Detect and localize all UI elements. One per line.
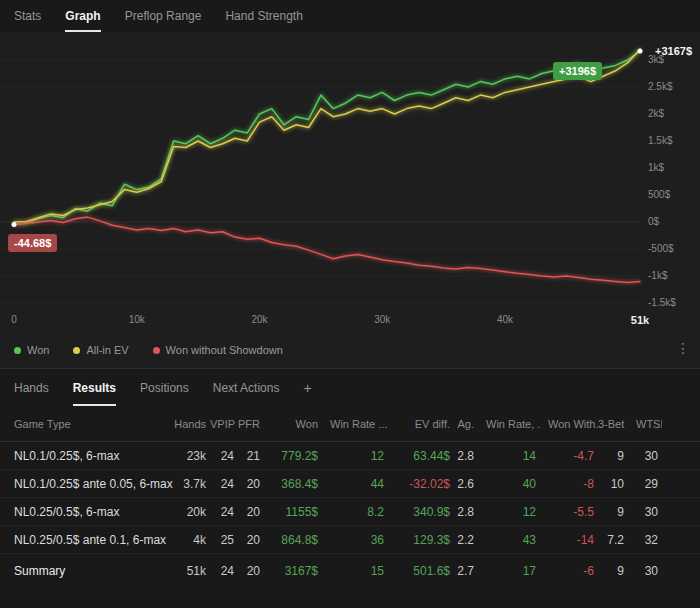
cell-wtsd: 30	[628, 449, 662, 463]
tab-stats[interactable]: Stats	[14, 0, 41, 32]
column-header-win_rate_2[interactable]: Win Rate, ...	[478, 418, 540, 430]
cell-won_without: -8	[540, 477, 598, 491]
cell-three_bet: 9	[598, 449, 628, 463]
x-axis-label: 51k	[631, 314, 649, 326]
y-axis-label: -500$	[648, 243, 674, 254]
series-line-won-without-showdown	[14, 217, 640, 282]
tab-preflop-range[interactable]: Preflop Range	[125, 0, 202, 32]
cell-ag: 2.8	[454, 505, 478, 519]
cell-game_type: NL0.1/0.25$ ante 0.05, 6-max	[14, 477, 174, 491]
x-axis-label: 40k	[497, 314, 513, 325]
cell-won_without: -4.7	[540, 449, 598, 463]
tab-graph[interactable]: Graph	[65, 0, 100, 32]
poker-tracker-window: Stats Graph Preflop Range Hand Strength …	[0, 0, 700, 588]
cell-win_rate_2: 17	[478, 564, 540, 578]
cell-ev_diff: -32.02$	[388, 477, 454, 491]
cell-wtsd: 29	[628, 477, 662, 491]
legend-item-won-without-showdown[interactable]: Won without Showdown	[153, 344, 283, 356]
cell-three_bet: 7.2	[598, 533, 628, 547]
legend-label: Won	[27, 344, 49, 356]
cell-ev_diff: 129.3$	[388, 533, 454, 547]
cell-hands: 20k	[174, 505, 210, 519]
cell-hands: 51k	[174, 564, 210, 578]
tab-next-actions[interactable]: Next Actions	[213, 369, 280, 406]
chart-legend: WonAll-in EVWon without Showdown ⋮	[0, 332, 700, 368]
column-header-won[interactable]: Won	[264, 418, 322, 430]
legend-dot-icon	[153, 347, 160, 354]
column-header-ev_diff[interactable]: EV diff.	[388, 418, 454, 430]
column-header-hands[interactable]: Hands	[174, 418, 210, 430]
cell-win_rate: 36	[322, 533, 388, 547]
cell-hands: 23k	[174, 449, 210, 463]
table-row[interactable]: NL0.25/0.5$ ante 0.1, 6-max4k2520864.8$3…	[0, 526, 700, 554]
cell-pfr: 20	[238, 477, 264, 491]
cell-won: 1155$	[264, 505, 322, 519]
column-header-won_without[interactable]: Won With...	[540, 418, 598, 430]
column-header-wtsd[interactable]: WTSD ...	[628, 418, 662, 430]
table-body: NL0.1/0.25$, 6-max23k2421779.2$1263.44$2…	[0, 442, 700, 554]
cell-wtsd: 30	[628, 505, 662, 519]
cell-vpip: 24	[210, 477, 238, 491]
winnings-graph[interactable]: 3k$2.5k$2k$1.5k$1k$500$0$-500$-1k$-1.5k$…	[0, 32, 700, 332]
series-line-won	[14, 51, 640, 224]
cell-win_rate_2: 43	[478, 533, 540, 547]
top-tabbar: Stats Graph Preflop Range Hand Strength	[0, 0, 700, 32]
add-tab-button[interactable]: +	[303, 369, 311, 406]
cell-won: 779.2$	[264, 449, 322, 463]
cell-won_without: -14	[540, 533, 598, 547]
y-axis-label: 500$	[648, 189, 670, 200]
y-axis-label: 0$	[648, 216, 659, 227]
column-header-pfr[interactable]: PFR	[238, 418, 264, 430]
legend-item-won[interactable]: Won	[14, 344, 49, 356]
cell-vpip: 24	[210, 564, 238, 578]
cell-ev_diff: 501.6$	[388, 564, 454, 578]
cell-won_without: -5.5	[540, 505, 598, 519]
cell-game_type: NL0.25/0.5$, 6-max	[14, 505, 174, 519]
table-header-row: Game TypeHandsVPIPPFRWonWin Rate ...EV d…	[0, 406, 700, 442]
cell-hands: 4k	[174, 533, 210, 547]
y-axis-label: 2.5k$	[648, 81, 672, 92]
cell-game_type: NL0.1/0.25$, 6-max	[14, 449, 174, 463]
column-header-win_rate[interactable]: Win Rate ...	[322, 418, 388, 430]
cell-ag: 2.8	[454, 449, 478, 463]
legend-item-all-in-ev[interactable]: All-in EV	[73, 344, 128, 356]
cell-three_bet: 9	[598, 505, 628, 519]
cell-vpip: 24	[210, 505, 238, 519]
column-header-game_type[interactable]: Game Type	[14, 418, 174, 430]
start-value-badge: -44.68$	[8, 234, 57, 252]
column-header-ag[interactable]: Ag.	[454, 418, 478, 430]
column-header-vpip[interactable]: VPIP	[210, 418, 238, 430]
cell-three_bet: 10	[598, 477, 628, 491]
x-axis-label: 30k	[374, 314, 390, 325]
cell-win_rate_2: 14	[478, 449, 540, 463]
table-row[interactable]: NL0.25/0.5$, 6-max20k24201155$8.2340.9$2…	[0, 498, 700, 526]
column-header-three_bet[interactable]: 3-Bet	[598, 418, 628, 430]
y-axis-label: -1k$	[648, 270, 667, 281]
cell-pfr: 20	[238, 505, 264, 519]
cell-three_bet: 9	[598, 564, 628, 578]
legend-dot-icon	[14, 347, 21, 354]
cell-wtsd: 32	[628, 533, 662, 547]
tab-positions[interactable]: Positions	[140, 369, 189, 406]
legend-label: Won without Showdown	[166, 344, 283, 356]
y-axis-label: 2k$	[648, 108, 664, 119]
cell-ag: 2.6	[454, 477, 478, 491]
cell-win_rate_2: 40	[478, 477, 540, 491]
cell-win_rate: 8.2	[322, 505, 388, 519]
tab-hand-strength[interactable]: Hand Strength	[225, 0, 302, 32]
table-row[interactable]: NL0.1/0.25$, 6-max23k2421779.2$1263.44$2…	[0, 442, 700, 470]
series-end-dot	[638, 49, 643, 54]
cell-ag: 2.2	[454, 533, 478, 547]
chart-menu-icon[interactable]: ⋮	[676, 340, 690, 356]
cell-wtsd: 30	[628, 564, 662, 578]
tab-hands[interactable]: Hands	[14, 369, 49, 406]
cell-hands: 3.7k	[174, 477, 210, 491]
tab-results[interactable]: Results	[73, 369, 116, 406]
results-table: Game TypeHandsVPIPPFRWonWin Rate ...EV d…	[0, 406, 700, 588]
y-axis-label: 1k$	[648, 162, 664, 173]
cell-win_rate: 12	[322, 449, 388, 463]
cell-vpip: 25	[210, 533, 238, 547]
cell-pfr: 21	[238, 449, 264, 463]
table-summary-row[interactable]: Summary51k24203167$15501.6$2.717-6930	[0, 554, 700, 588]
table-row[interactable]: NL0.1/0.25$ ante 0.05, 6-max3.7k2420368.…	[0, 470, 700, 498]
